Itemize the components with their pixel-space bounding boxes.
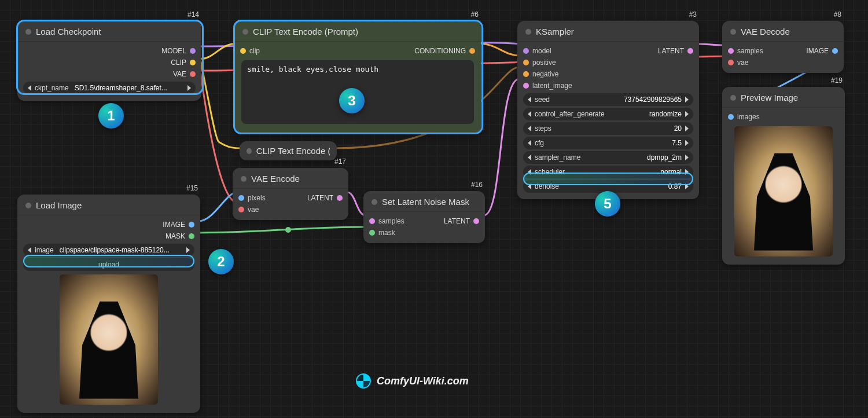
port-model[interactable] [190,48,196,54]
caret-left-icon[interactable] [528,169,531,175]
caret-right-icon[interactable] [685,111,689,117]
node-ksampler[interactable]: #3 KSampler model LATENT positive negati… [517,21,699,199]
caret-right-icon[interactable] [685,155,689,160]
param-seed[interactable]: seed737542909829565 [523,93,693,106]
caret-right-icon[interactable] [685,126,689,131]
callout-1: 1 [98,103,124,129]
node-id-tag: #16 [469,181,485,189]
node-title: Preview Image [741,93,798,102]
node-id-tag: #19 [829,76,845,85]
collapse-dot-icon[interactable] [247,148,252,154]
node-id-tag: #8 [832,10,844,19]
node-id-tag: #15 [184,184,200,192]
caret-left-icon[interactable] [528,97,531,102]
collapse-dot-icon[interactable] [730,29,736,35]
port-samples-in[interactable] [369,218,375,224]
node-header[interactable]: KSampler [517,21,699,42]
port-clip-in[interactable] [240,48,246,54]
caret-left-icon[interactable] [528,155,531,160]
callout-3: 3 [339,88,365,113]
node-header[interactable]: Set Latent Noise Mask [363,191,485,212]
param-control-after-generate[interactable]: control_after_generaterandomize [523,108,693,120]
node-header[interactable]: VAE Decode [722,21,844,42]
node-title: Set Latent Noise Mask [382,197,469,207]
collapse-dot-icon[interactable] [525,29,531,35]
node-preview-image[interactable]: #19 Preview Image images [722,87,845,265]
loaded-image-thumbnail[interactable] [60,274,158,405]
svg-point-0 [285,227,291,233]
watermark: ComfyUI-Wiki.com [356,373,469,388]
node-header[interactable]: Load Checkpoint [17,21,201,42]
node-vae-decode[interactable]: #8 VAE Decode samples IMAGE vae [722,21,844,73]
node-header[interactable]: Load Image [17,195,200,215]
caret-left-icon[interactable] [528,126,531,131]
port-positive-in[interactable] [523,60,529,65]
param-scheduler[interactable]: schedulernormal [523,166,693,178]
port-latent-out[interactable] [687,48,693,54]
caret-right-icon[interactable] [685,97,689,102]
caret-right-icon[interactable] [685,169,689,175]
caret-left-icon[interactable] [28,247,31,253]
callout-2: 2 [208,249,234,274]
port-clip[interactable] [190,60,196,65]
node-clip-text-encode-neg[interactable]: CLIP Text Encode (Pr [240,141,337,160]
collapse-dot-icon[interactable] [25,203,31,208]
node-title: KSampler [536,27,574,36]
param-image[interactable]: image clipspace/clipspace-mask-885120... [23,244,194,256]
port-samples-in[interactable] [728,48,734,54]
node-header[interactable]: CLIP Text Encode (Prompt) [234,21,481,42]
callout-5: 5 [595,191,620,217]
preview-image-thumbnail[interactable] [734,126,833,256]
collapse-dot-icon[interactable] [730,95,736,101]
node-title: Load Checkpoint [36,27,101,36]
port-negative-in[interactable] [523,71,529,77]
node-title: CLIP Text Encode (Pr [256,146,330,156]
node-header[interactable]: Preview Image [722,87,845,108]
node-header[interactable]: CLIP Text Encode (Pr [240,141,337,160]
param-ckpt-name[interactable]: ckpt_name SD1.5\dreamshaper_8.safet... [23,82,196,94]
param-steps[interactable]: steps20 [523,122,693,135]
port-model-in[interactable] [523,48,529,54]
port-vae-in[interactable] [728,60,734,65]
param-cfg[interactable]: cfg7.5 [523,137,693,149]
collapse-dot-icon[interactable] [25,29,31,35]
port-latent-out[interactable] [473,218,479,224]
port-images-in[interactable] [728,114,734,120]
node-title: Load Image [36,200,82,210]
port-pixels-in[interactable] [238,195,244,201]
collapse-dot-icon[interactable] [372,199,377,205]
node-header[interactable]: VAE Encode [233,168,348,189]
upload-button[interactable]: upload [23,258,194,271]
node-title: VAE Decode [741,27,790,36]
port-vae-in[interactable] [238,207,244,212]
port-latent-out[interactable] [337,195,343,201]
caret-left-icon[interactable] [528,140,531,146]
node-id-tag: #6 [469,10,481,19]
caret-right-icon[interactable] [187,85,191,91]
collapse-dot-icon[interactable] [242,29,248,35]
node-clip-text-encode-prompt[interactable]: #6 CLIP Text Encode (Prompt) clip CONDIT… [234,21,481,134]
node-load-image[interactable]: #15 Load Image IMAGE MASK image clipspac… [17,195,200,413]
port-latent-image-in[interactable] [523,83,529,89]
caret-left-icon[interactable] [28,85,31,91]
node-vae-encode[interactable]: #17 VAE Encode pixels LATENT vae [233,168,348,220]
param-sampler-name[interactable]: sampler_namedpmpp_2m [523,151,693,164]
port-mask-in[interactable] [369,230,375,236]
caret-right-icon[interactable] [685,184,689,189]
port-vae[interactable] [190,71,196,77]
port-image-out[interactable] [189,222,194,228]
node-id-tag: #3 [687,10,699,19]
node-load-checkpoint[interactable]: #14 Load Checkpoint MODEL CLIP VAE ckpt_… [17,21,201,101]
node-id-tag: #17 [332,157,348,166]
port-conditioning-out[interactable] [469,48,475,54]
port-mask-out[interactable] [189,233,194,239]
node-id-tag: #14 [185,10,201,19]
port-image-out[interactable] [832,48,838,54]
caret-left-icon[interactable] [528,111,531,117]
logo-icon [356,373,371,388]
caret-right-icon[interactable] [685,140,689,146]
node-set-latent-noise-mask[interactable]: #16 Set Latent Noise Mask samples LATENT… [363,191,485,243]
collapse-dot-icon[interactable] [241,176,247,182]
caret-right-icon[interactable] [186,247,190,253]
caret-left-icon[interactable] [528,184,531,189]
